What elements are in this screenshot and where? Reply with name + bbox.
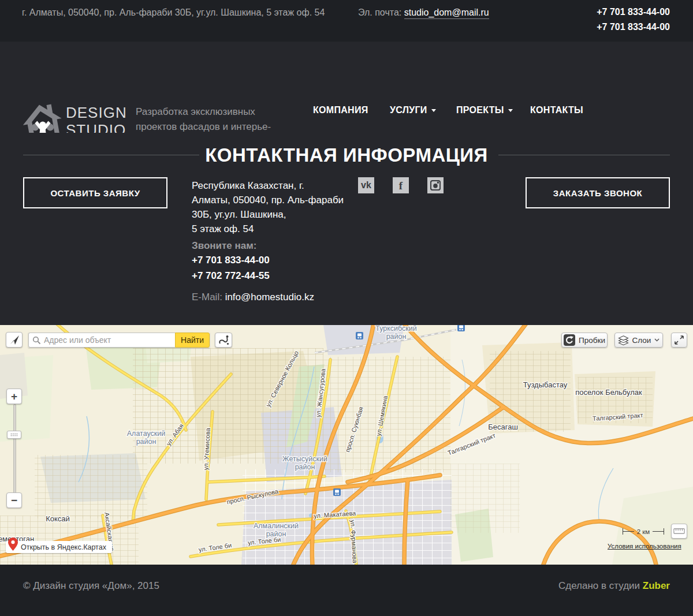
open-in-yandex-label: Открыть в Яндекс.Картах (21, 543, 106, 551)
call-us-label: Звоните нам: (192, 240, 256, 252)
topbar: г. Алматы, 050040, пр. Аль-фараби 30Б, у… (0, 0, 693, 42)
scale-value: 2 км (634, 528, 653, 535)
heading-divider-left (23, 155, 199, 155)
chevron-down-icon (654, 338, 660, 342)
yandex-map[interactable]: ТурксибскийрайонАлатаускийрайонЖетысуйск… (0, 325, 693, 565)
contact-email-label: E-Mail: (192, 292, 225, 303)
fullscreen-button[interactable] (671, 333, 687, 348)
route-icon (218, 334, 229, 346)
page-title: КОНТАКТНАЯ ИНФОРМАЦИЯ (0, 144, 693, 166)
scale-line (653, 531, 664, 532)
nav-label: КОМПАНИЯ (313, 105, 368, 115)
traffic-icon (564, 334, 575, 346)
made-by-label: Сделано в студии (558, 580, 643, 591)
chevron-down-icon (508, 109, 513, 112)
facebook-icon[interactable]: f (393, 177, 409, 193)
map-label: Коксай (46, 514, 70, 523)
layers-label: Слои (632, 336, 651, 345)
heading-divider-right (498, 155, 670, 155)
contact-email-link[interactable]: info@homestudio.kz (225, 292, 314, 303)
contact-section: КОНТАКТНАЯ ИНФОРМАЦИЯ ОСТАВИТЬ ЗАЯВКУ ЗА… (0, 133, 693, 325)
terms-of-use-link[interactable]: Условия использования (608, 543, 681, 550)
contact-email-row: E-Mail: info@homestudio.kz (192, 292, 314, 303)
zoom-slider-handle[interactable] (7, 431, 21, 439)
traffic-label: Пробки (579, 336, 605, 345)
map-pin-icon (8, 537, 18, 551)
geolocate-button[interactable] (6, 332, 23, 348)
zoom-out-button[interactable]: − (6, 492, 22, 508)
navigation-arrow-icon (9, 335, 20, 345)
ruler-icon (673, 527, 685, 535)
scale-line (623, 531, 634, 532)
nav-item-services[interactable]: УСЛУГИ (390, 105, 436, 115)
find-button[interactable]: Найти (175, 333, 210, 348)
map-label: Бесагаш (488, 423, 518, 431)
instagram-icon[interactable] (427, 177, 444, 193)
topbar-address: г. Алматы, 050040, пр. Аль-фараби 30Б, у… (22, 8, 325, 18)
map-label: Туздыбастау (523, 380, 568, 389)
nav-item-company[interactable]: КОМПАНИЯ (313, 105, 368, 115)
facebook-glyph: f (399, 180, 403, 191)
studio-link[interactable]: Zuber (643, 580, 670, 591)
made-by: Сделано в студии Zuber (558, 580, 670, 592)
map-search: Найти (28, 333, 210, 348)
routes-button[interactable] (215, 333, 232, 348)
phone-number: +7 701 833-44-00 (597, 20, 670, 35)
nav-label: ПРОЕКТЫ (456, 105, 504, 115)
header: DESIGN STUDIO DOM Разработка эксклюзивны… (0, 42, 693, 133)
topbar-phones: +7 701 833-44-00 +7 701 833-44-00 (597, 5, 670, 35)
page: г. Алматы, 050040, пр. Аль-фараби 30Б, у… (0, 0, 693, 616)
layers-button[interactable]: Слои (614, 333, 663, 348)
map-label: поселок Бельбулак (575, 388, 642, 397)
nav-label: КОНТАКТЫ (530, 105, 583, 115)
vk-glyph: vk (361, 181, 371, 190)
zoom-in-button[interactable]: + (6, 389, 22, 404)
nav-item-contacts[interactable]: КОНТАКТЫ (530, 105, 583, 115)
map-scale: 2 км (623, 528, 664, 535)
instagram-glyph (430, 180, 441, 191)
layers-icon (618, 335, 629, 345)
nav-item-projects[interactable]: ПРОЕКТЫ (456, 105, 513, 115)
copyright: © Дизайн студия «Дом», 2015 (23, 580, 159, 592)
phone-number: +7 701 833-44-00 (597, 5, 670, 20)
leave-request-button[interactable]: ОСТАВИТЬ ЗАЯВКУ (23, 177, 167, 208)
footer: © Дизайн студия «Дом», 2015 Сделано в ст… (0, 565, 693, 616)
contact-phone-1: +7 701 833-44-00 (192, 255, 270, 266)
grip-dots-icon (10, 433, 18, 436)
open-in-yandex-maps-link[interactable]: Открыть в Яндекс.Картах (6, 541, 112, 553)
chevron-down-icon (431, 109, 436, 112)
contact-phone-2: +7 702 772-44-55 (192, 270, 270, 282)
nav-label: УСЛУГИ (390, 105, 427, 115)
fullscreen-icon (674, 335, 684, 345)
scale-cap (664, 528, 664, 535)
topbar-email: Эл. почта: studio_dom@mail.ru (358, 8, 489, 18)
search-input[interactable] (28, 333, 175, 348)
contact-address: Республика Казахстан, г. Алматы, 050040,… (192, 178, 344, 236)
email-link[interactable]: studio_dom@mail.ru (404, 8, 489, 19)
ruler-button[interactable] (671, 524, 687, 539)
email-label: Эл. почта: (358, 8, 404, 17)
vk-icon[interactable]: vk (358, 177, 374, 193)
traffic-button[interactable]: Пробки (561, 333, 608, 348)
order-call-button[interactable]: ЗАКАЗАТЬ ЗВОНОК (526, 177, 670, 208)
zoom-slider-track[interactable] (13, 404, 16, 494)
map-canvas: ТурксибскийрайонАлатаускийрайонЖетысуйск… (0, 325, 693, 565)
